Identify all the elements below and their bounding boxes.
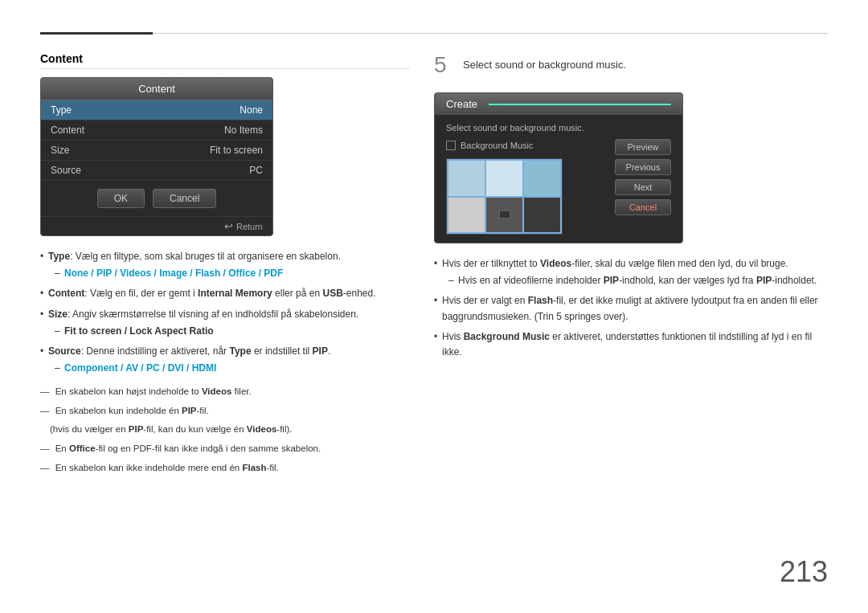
left-column: Content Content Type None Content No Ite… bbox=[40, 52, 410, 479]
grid-cell-1 bbox=[448, 161, 485, 196]
right-column: 5 Select sound or background music. Crea… bbox=[434, 52, 828, 365]
create-panel-title: Create bbox=[435, 93, 682, 115]
step5-header: 5 Select sound or background music. bbox=[434, 52, 828, 84]
create-panel-body: Select sound or background music. Backgr… bbox=[435, 115, 682, 243]
right-sub-bullet-1: Hvis en af videofilerne indeholder PIP-i… bbox=[442, 273, 828, 288]
create-cancel-button[interactable]: Cancel bbox=[615, 199, 671, 215]
content-value: No Items bbox=[224, 125, 263, 136]
bullet-content: Content: Vælg en fil, der er gemt i Inte… bbox=[40, 286, 410, 301]
grid-cell-2 bbox=[486, 161, 522, 196]
note-2b: (hvis du vælger en PIP-fil, kan du kun v… bbox=[40, 422, 410, 438]
create-title-text: Create bbox=[446, 98, 477, 110]
note-3: — En Office-fil og en PDF-fil kan ikke i… bbox=[40, 441, 410, 457]
create-panel-desc: Select sound or background music. bbox=[446, 123, 607, 133]
panel-row-source[interactable]: Source PC bbox=[41, 161, 272, 181]
source-label: Source bbox=[51, 165, 81, 176]
source-value: PC bbox=[249, 165, 263, 176]
bullet-type: Type: Vælg en filtype, som skal bruges t… bbox=[40, 249, 410, 281]
right-bullet-list: Hvis der er tilknyttet to Videos-filer, … bbox=[434, 256, 828, 360]
type-value: None bbox=[240, 104, 263, 116]
content-heading: Content bbox=[40, 52, 410, 69]
left-bullet-list: Type: Vælg en filtype, som skal bruges t… bbox=[40, 249, 410, 376]
grid-cell-5 bbox=[486, 198, 522, 233]
step-text: Select sound or background music. bbox=[463, 52, 828, 71]
cancel-button[interactable]: Cancel bbox=[153, 189, 216, 208]
notes-section: — En skabelon kan højst indeholde to Vid… bbox=[40, 384, 410, 476]
note-4: — En skabelon kan ikke indeholde mere en… bbox=[40, 460, 410, 476]
create-panel: Create Select sound or background music.… bbox=[434, 92, 683, 243]
panel-footer: ↩ Return bbox=[41, 216, 272, 235]
thick-line bbox=[40, 32, 153, 35]
ok-button[interactable]: OK bbox=[97, 189, 145, 208]
thin-line bbox=[153, 33, 828, 34]
background-music-label: Background Music bbox=[461, 141, 534, 150]
note-1: — En skabelon kan højst indeholde to Vid… bbox=[40, 384, 410, 400]
return-arrow-icon: ↩ bbox=[224, 220, 233, 232]
sub-bullet-types: None / PIP / Videos / Image / Flash / Of… bbox=[48, 266, 410, 281]
bullet-source: Source: Denne indstilling er aktiveret, … bbox=[40, 344, 410, 376]
grid-cell-3 bbox=[524, 161, 560, 196]
create-title-bar bbox=[489, 104, 671, 105]
bullet-size: Size: Angiv skærmstørrelse til visning a… bbox=[40, 307, 410, 339]
grid-cell-4 bbox=[448, 198, 485, 233]
background-music-checkbox[interactable] bbox=[446, 141, 456, 150]
panel-row-content[interactable]: Content No Items bbox=[41, 121, 272, 141]
return-label: Return bbox=[236, 222, 263, 231]
right-bullet-3: Hvis Background Music er aktiveret, unde… bbox=[434, 329, 828, 360]
right-bullet-2: Hvis der er valgt en Flash-fil, er det i… bbox=[434, 293, 828, 324]
panel-row-size[interactable]: Size Fit to screen bbox=[41, 141, 272, 161]
preview-grid bbox=[446, 158, 563, 235]
panel-buttons-row: OK Cancel bbox=[41, 181, 272, 216]
panel-row-type[interactable]: Type None bbox=[41, 100, 272, 121]
content-panel: Content Type None Content No Items Size … bbox=[40, 77, 273, 236]
content-panel-title: Content bbox=[41, 78, 272, 100]
next-button[interactable]: Next bbox=[615, 179, 671, 195]
sub-bullet-size: Fit to screen / Lock Aspect Ratio bbox=[48, 324, 410, 339]
page-number: 213 bbox=[780, 555, 828, 589]
note-2: — En skabelon kun indeholde én PIP-fil. bbox=[40, 403, 410, 419]
grid-cell-6 bbox=[524, 198, 560, 233]
type-label: Type bbox=[51, 104, 72, 116]
sub-bullet-source: Component / AV / PC / DVI / HDMI bbox=[48, 361, 410, 376]
previous-button[interactable]: Previous bbox=[615, 159, 671, 175]
top-decorative-lines bbox=[40, 32, 828, 35]
create-panel-buttons: Preview Previous Next Cancel bbox=[615, 123, 671, 235]
preview-button[interactable]: Preview bbox=[615, 139, 671, 155]
create-panel-left: Select sound or background music. Backgr… bbox=[446, 123, 607, 235]
size-value: Fit to screen bbox=[210, 145, 263, 156]
right-bullet-1: Hvis der er tilknyttet to Videos-filer, … bbox=[434, 256, 828, 288]
background-music-checkbox-row[interactable]: Background Music bbox=[446, 141, 607, 150]
content-label: Content bbox=[51, 125, 84, 136]
step-number: 5 bbox=[434, 52, 447, 78]
size-label: Size bbox=[51, 145, 69, 156]
